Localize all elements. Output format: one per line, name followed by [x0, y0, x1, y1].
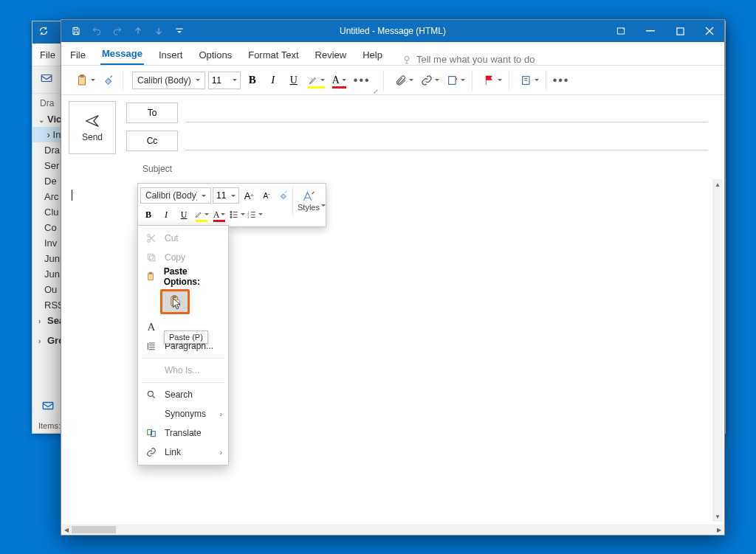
svg-rect-1: [43, 403, 53, 409]
ctx-cut: Cut: [138, 229, 228, 248]
to-button[interactable]: To: [126, 103, 178, 123]
redo-button[interactable]: [109, 22, 126, 40]
grow-font-button[interactable]: A^: [241, 187, 257, 204]
paste-keep-text-only[interactable]: [160, 289, 190, 314]
italic-button[interactable]: I: [264, 72, 282, 89]
ctx-search[interactable]: Search: [138, 385, 228, 404]
tell-me-search[interactable]: Tell me what you want to do: [402, 54, 535, 65]
ctx-paste-options-row: [138, 286, 228, 317]
underline-button[interactable]: U: [285, 72, 303, 89]
new-mail-icon[interactable]: [40, 72, 53, 88]
copy-icon: [145, 252, 157, 263]
mail-nav-icon[interactable]: [41, 399, 55, 415]
tab-file[interactable]: File: [69, 45, 87, 65]
font-color-button[interactable]: A: [330, 72, 348, 89]
ctx-translate[interactable]: Translate: [138, 423, 228, 443]
prev-item-button[interactable]: [129, 22, 147, 40]
translate-icon: [145, 427, 157, 439]
mini-bullets[interactable]: [229, 207, 245, 223]
tab-format-text[interactable]: Format Text: [247, 45, 300, 65]
tab-options[interactable]: Options: [197, 45, 233, 65]
vertical-scrollbar[interactable]: ▲ ▼: [712, 179, 723, 522]
svg-rect-10: [80, 75, 84, 77]
svg-point-14: [230, 214, 232, 215]
maximize-button[interactable]: [665, 20, 695, 42]
svg-rect-24: [150, 272, 153, 274]
link-icon: [145, 446, 157, 458]
mini-font-combo[interactable]: Calibri (Body): [140, 187, 211, 204]
next-item-button[interactable]: [150, 22, 168, 40]
font-more-button[interactable]: •••: [351, 72, 373, 89]
tab-insert[interactable]: Insert: [157, 45, 185, 65]
subject-field[interactable]: [179, 160, 708, 178]
include-group: [388, 70, 472, 91]
mini-toolbar: Calibri (Body) 11 A^ Aˇ B I U A 123 Styl…: [137, 183, 326, 227]
ribbon-tabs: File Message Insert Options Format Text …: [61, 42, 724, 66]
scroll-thumb[interactable]: [72, 526, 116, 533]
mini-bold[interactable]: B: [140, 207, 157, 223]
tags-group: [477, 70, 509, 91]
to-field[interactable]: [185, 103, 708, 122]
ctx-who-is: Who Is...: [138, 361, 228, 380]
mini-numbering[interactable]: 123: [247, 207, 263, 223]
mini-italic[interactable]: I: [158, 207, 174, 223]
cc-field[interactable]: [185, 131, 708, 150]
ribbon-display-options[interactable]: [606, 20, 636, 42]
paste-button[interactable]: [73, 72, 97, 89]
ctx-link[interactable]: Link›: [138, 443, 228, 462]
dictate-button[interactable]: [518, 72, 541, 89]
tab-file-back[interactable]: File: [40, 49, 55, 60]
font-size-combo[interactable]: 11: [208, 72, 241, 89]
mini-size-combo[interactable]: 11: [213, 187, 239, 204]
scroll-up-icon[interactable]: ▲: [712, 179, 723, 190]
scroll-right-icon[interactable]: ▶: [714, 524, 724, 535]
font-dialog-launcher[interactable]: ⤢: [373, 88, 379, 95]
horizontal-scrollbar[interactable]: ◀ ▶: [61, 524, 724, 535]
follow-up-button[interactable]: [481, 72, 504, 89]
attach-file-button[interactable]: [393, 72, 416, 89]
link-button[interactable]: [419, 72, 441, 89]
save-button[interactable]: [67, 22, 85, 40]
mini-format-painter[interactable]: [276, 187, 292, 204]
mini-highlight[interactable]: [193, 207, 210, 223]
tab-review[interactable]: Review: [314, 45, 348, 65]
close-button[interactable]: [695, 20, 724, 42]
cc-button[interactable]: Cc: [126, 131, 178, 151]
svg-rect-22: [148, 254, 153, 259]
ribbon: Calibri (Body) 11 B I U A ••• ⤢ •••: [61, 66, 724, 95]
font-name-combo[interactable]: Calibri (Body): [132, 72, 205, 89]
minimize-button[interactable]: [636, 20, 665, 42]
ctx-paste-options-header: Paste Options:: [138, 267, 228, 286]
tell-me-label: Tell me what you want to do: [416, 54, 535, 65]
mini-font-color[interactable]: A: [211, 207, 227, 223]
ctx-synonyms[interactable]: Synonyms›: [138, 404, 228, 423]
tab-message[interactable]: Message: [100, 44, 144, 65]
ribbon-overflow[interactable]: •••: [551, 72, 572, 89]
svg-rect-21: [150, 256, 155, 261]
paste-tooltip: Paste (P): [164, 330, 208, 344]
send-button[interactable]: Send: [69, 101, 116, 154]
highlight-button[interactable]: [306, 72, 327, 89]
svg-point-15: [230, 217, 232, 218]
scroll-left-icon[interactable]: ◀: [61, 524, 72, 535]
clipboard-group: [69, 70, 123, 91]
mini-styles[interactable]: Styles: [292, 186, 330, 215]
immersive-group: [514, 70, 546, 91]
undo-button[interactable]: [88, 22, 106, 40]
svg-rect-4: [176, 29, 182, 30]
svg-rect-3: [75, 32, 78, 35]
mini-underline[interactable]: U: [176, 207, 192, 223]
format-painter-button[interactable]: [100, 72, 118, 89]
svg-point-19: [148, 235, 151, 238]
scroll-down-icon[interactable]: ▼: [712, 511, 723, 522]
bold-button[interactable]: B: [244, 72, 261, 89]
paragraph-icon: [145, 340, 157, 352]
signature-button[interactable]: [444, 72, 467, 89]
ctx-copy: Copy: [138, 248, 228, 267]
shrink-font-button[interactable]: Aˇ: [258, 187, 275, 204]
font-group: Calibri (Body) 11 B I U A ••• ⤢: [128, 70, 384, 91]
svg-rect-0: [41, 75, 52, 82]
qat-customize[interactable]: [171, 22, 188, 40]
tab-help[interactable]: Help: [361, 45, 384, 65]
message-titlebar: Untitled - Message (HTML): [61, 20, 724, 42]
